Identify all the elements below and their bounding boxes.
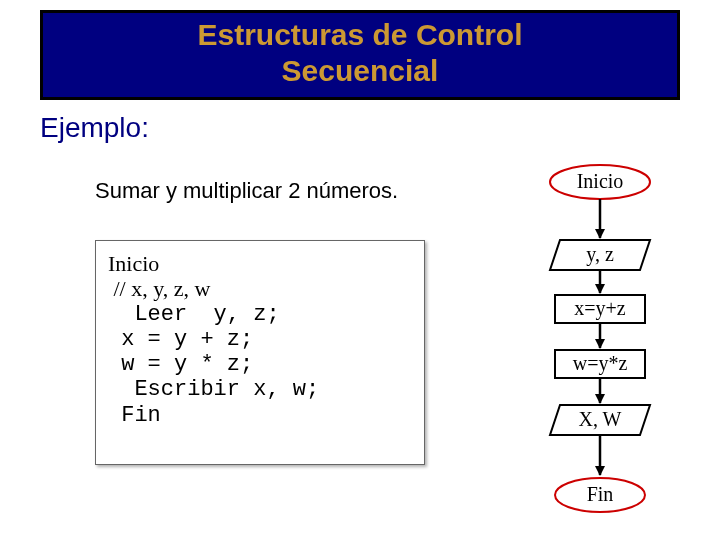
title-box: Estructuras de Control Secuencial: [40, 10, 680, 100]
code-line-7: Fin: [108, 403, 412, 428]
code-line-5: w = y * z;: [108, 352, 412, 377]
slide: Estructuras de Control Secuencial Ejempl…: [0, 0, 720, 540]
flow-start-shape: [550, 165, 650, 199]
flow-end-shape: [555, 478, 645, 512]
title-line-2: Secuencial: [43, 53, 677, 89]
subtitle: Sumar y multiplicar 2 números.: [95, 178, 398, 204]
pseudocode-box: Inicio // x, y, z, w Leer y, z; x = y + …: [95, 240, 425, 465]
code-line-1: Inicio: [108, 251, 412, 276]
flow-step1-shape: [555, 295, 645, 323]
code-line-6: Escribir x, w;: [108, 377, 412, 402]
example-label: Ejemplo:: [40, 112, 149, 144]
code-line-4: x = y + z;: [108, 327, 412, 352]
flow-input-shape: [550, 240, 650, 270]
code-line-2: // x, y, z, w: [108, 276, 412, 301]
flowchart-svg: [530, 160, 690, 535]
title-line-1: Estructuras de Control: [43, 17, 677, 53]
flow-output-shape: [550, 405, 650, 435]
flow-step2-shape: [555, 350, 645, 378]
flowchart: Inicio y, z x=y+z w=y*z X, W Fin: [530, 160, 690, 530]
code-line-3: Leer y, z;: [108, 302, 412, 327]
